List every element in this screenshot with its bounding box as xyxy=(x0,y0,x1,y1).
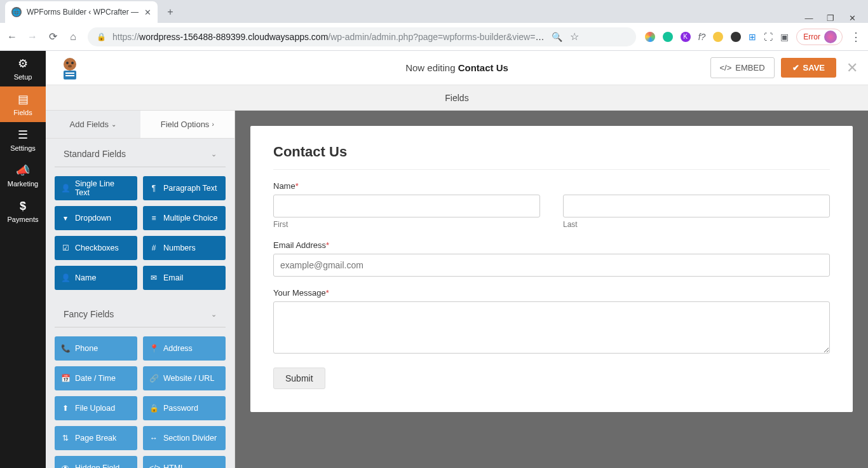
svg-rect-6 xyxy=(65,75,74,76)
field-email[interactable]: ✉Email xyxy=(143,266,226,290)
star-icon[interactable]: ☆ xyxy=(569,31,580,43)
field-dropdown[interactable]: ▾Dropdown xyxy=(55,206,137,230)
ext-icon[interactable] xyxy=(731,32,741,42)
wpforms-logo[interactable] xyxy=(56,54,84,82)
field-phone[interactable]: 📞Phone xyxy=(55,336,137,361)
field-label: Date / Time xyxy=(75,374,116,383)
zoom-icon[interactable]: 🔍 xyxy=(551,32,562,42)
section-fancy[interactable]: Fancy Fields ⌄ xyxy=(55,299,226,327)
close-tab-icon[interactable]: ✕ xyxy=(144,8,151,17)
ext-icon[interactable] xyxy=(713,32,723,42)
field-section-divider[interactable]: ↔Section Divider xyxy=(143,426,226,450)
email-field[interactable]: Email Address* xyxy=(273,240,830,277)
field-label: Page Break xyxy=(75,434,116,443)
minimize-icon[interactable]: — xyxy=(804,13,813,23)
nav-marketing[interactable]: 📣 Marketing xyxy=(0,158,46,193)
field-label: Website / URL xyxy=(163,374,214,383)
preview-canvas: Contact Us Name* First Last xyxy=(235,111,868,468)
save-button[interactable]: ✔ SAVE xyxy=(781,58,836,78)
code-icon: </> xyxy=(720,63,732,72)
message-textarea[interactable] xyxy=(273,301,830,354)
kebab-menu-icon[interactable]: ⋮ xyxy=(850,30,862,44)
maximize-icon[interactable]: ❐ xyxy=(826,13,835,23)
ext-icon[interactable] xyxy=(645,32,655,42)
sublabel-first: First xyxy=(273,220,540,229)
field-single-line-text[interactable]: 👤Single Line Text xyxy=(55,176,137,200)
section-label: Standard Fields xyxy=(64,149,126,159)
home-icon[interactable]: ⌂ xyxy=(67,31,79,43)
globe-icon: 🌐 xyxy=(11,7,22,17)
nav-payments[interactable]: $ Payments xyxy=(0,193,46,229)
tab-add-fields[interactable]: Add Fields ⌄ xyxy=(46,111,140,138)
close-builder-icon[interactable]: ✕ xyxy=(846,60,858,76)
pin-icon: 📍 xyxy=(149,344,158,353)
browser-tab[interactable]: 🌐 WPForms Builder ‹ WPCrafter — ✕ xyxy=(5,1,158,23)
sub-header: Fields xyxy=(46,85,868,111)
ext-icon[interactable]: f? xyxy=(698,32,706,42)
field-address[interactable]: 📍Address xyxy=(143,336,226,361)
new-tab-button[interactable]: + xyxy=(161,3,179,21)
ext-icon[interactable] xyxy=(663,32,673,42)
first-name-input[interactable] xyxy=(273,195,540,217)
field-password[interactable]: 🔒Password xyxy=(143,396,226,420)
window-controls: — ❐ ✕ xyxy=(804,11,868,23)
tab-field-options[interactable]: Field Options › xyxy=(140,111,235,138)
fancy-field-grid: 📞Phone 📍Address 📅Date / Time 🔗Website / … xyxy=(46,327,234,468)
embed-button[interactable]: </> EMBED xyxy=(710,57,775,78)
section-standard[interactable]: Standard Fields ⌄ xyxy=(55,139,226,167)
field-label: Name* xyxy=(273,181,830,191)
left-nav: ⚙ Setup ▤ Fields ☰ Settings 📣 Marketing … xyxy=(0,51,46,468)
field-name[interactable]: 👤Name xyxy=(55,266,137,290)
close-window-icon[interactable]: ✕ xyxy=(848,13,857,23)
submit-button[interactable]: Submit xyxy=(273,368,325,389)
field-multiple-choice[interactable]: ≡Multiple Choice xyxy=(143,206,226,230)
forward-icon[interactable]: → xyxy=(27,31,38,43)
field-paragraph-text[interactable]: ¶Paragraph Text xyxy=(143,176,226,200)
field-numbers[interactable]: #Numbers xyxy=(143,236,226,260)
address-bar[interactable]: 🔒 https://wordpress-156488-889399.cloudw… xyxy=(88,27,636,46)
svg-rect-5 xyxy=(65,72,74,74)
field-hidden[interactable]: 👁Hidden Field xyxy=(55,456,137,468)
label-text: Your Message xyxy=(273,288,326,298)
form-name: Contact Us xyxy=(458,62,508,73)
ext-icon[interactable]: ⊞ xyxy=(749,32,756,42)
field-file-upload[interactable]: ⬆File Upload xyxy=(55,396,137,420)
tab-label: Field Options xyxy=(161,120,210,129)
fields-panel: Add Fields ⌄ Field Options › Standard Fi… xyxy=(46,111,235,468)
back-icon[interactable]: ← xyxy=(6,31,18,43)
field-page-break[interactable]: ⇅Page Break xyxy=(55,426,137,450)
code-icon: </> xyxy=(149,464,158,468)
form-preview[interactable]: Contact Us Name* First Last xyxy=(250,126,853,412)
nav-label: Settings xyxy=(10,144,36,152)
error-pill[interactable]: Error xyxy=(796,29,843,45)
required-marker: * xyxy=(326,240,329,250)
message-field[interactable]: Your Message* xyxy=(273,288,830,356)
last-name-input[interactable] xyxy=(563,195,830,217)
lock-icon: 🔒 xyxy=(149,404,158,413)
field-checkboxes[interactable]: ☑Checkboxes xyxy=(55,236,137,260)
nav-fields[interactable]: ▤ Fields xyxy=(0,86,46,122)
required-marker: * xyxy=(326,288,329,298)
ext-icon[interactable]: ⛶ xyxy=(764,32,773,42)
nav-settings[interactable]: ☰ Settings xyxy=(0,122,46,158)
embed-label: EMBED xyxy=(735,63,764,72)
user-icon: 👤 xyxy=(61,184,70,193)
tab-bar: 🌐 WPForms Builder ‹ WPCrafter — ✕ + — ❐ … xyxy=(0,0,868,23)
ext-icon[interactable]: ▣ xyxy=(780,32,789,42)
field-website-url[interactable]: 🔗Website / URL xyxy=(143,366,226,390)
email-input[interactable] xyxy=(273,254,830,277)
name-field[interactable]: Name* First Last xyxy=(273,181,830,229)
avatar xyxy=(824,31,837,43)
chevron-down-icon: ⌄ xyxy=(111,121,116,128)
field-html[interactable]: </>HTML xyxy=(143,456,226,468)
panel-tabs: Add Fields ⌄ Field Options › xyxy=(46,111,234,139)
field-label: Section Divider xyxy=(163,434,217,443)
ext-icon[interactable]: K xyxy=(681,32,691,42)
check-icon: ☑ xyxy=(61,244,70,252)
nav-setup[interactable]: ⚙ Setup xyxy=(0,51,46,86)
field-date-time[interactable]: 📅Date / Time xyxy=(55,366,137,390)
reload-icon[interactable]: ⟳ xyxy=(47,31,58,43)
field-label: File Upload xyxy=(75,404,115,413)
chevron-right-icon: › xyxy=(212,121,214,128)
hash-icon: # xyxy=(149,244,158,252)
